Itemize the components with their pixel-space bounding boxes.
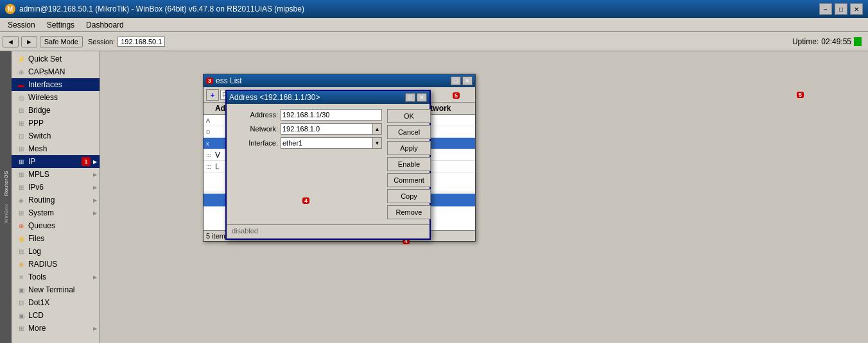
sidebar-item-ipv6[interactable]: ⊞ IPv6 ▶ — [12, 181, 100, 194]
window-controls[interactable]: − □ ✕ — [819, 3, 863, 15]
sidebar-item-interfaces[interactable]: ▬ Interfaces — [12, 78, 100, 91]
maximize-button[interactable]: □ — [835, 3, 847, 15]
sidebar-item-queues[interactable]: ⊕ Queues — [12, 219, 100, 232]
connection-indicator — [854, 37, 862, 46]
sidebar-label-capsman: CAPsMAN — [28, 67, 97, 76]
sidebar-item-mesh[interactable]: ⊞ Mesh — [12, 142, 100, 155]
uptime-label: Uptime: — [792, 37, 819, 46]
addr-dialog-titlebar: Address <192.168.1.1/30> □ ✕ — [227, 91, 430, 104]
remove-button[interactable]: Remove — [387, 205, 431, 219]
dialog-buttons: OK Cancel Apply Enable Comment Copy Remo… — [387, 109, 431, 219]
row-flag: x — [206, 140, 215, 147]
sidebar-item-dot1x[interactable]: ⊟ Dot1X — [12, 296, 100, 309]
sidebar-item-routing[interactable]: ◈ Routing ▶ — [12, 194, 100, 206]
title-bar-left: M admin@192.168.50.1 (MikroTik) - WinBox… — [5, 4, 304, 14]
session-label: Session: — [88, 38, 115, 46]
sidebar-label-routing: Routing — [28, 196, 91, 205]
sidebar-item-lcd[interactable]: ▣ LCD — [12, 309, 100, 322]
sidebar-label-ip: IP — [28, 157, 78, 166]
sidebar-item-newterminal[interactable]: ▣ New Terminal — [12, 283, 100, 296]
apply-button[interactable]: Apply — [387, 141, 431, 155]
badge-4-overlay: 4 — [302, 197, 309, 204]
network-input[interactable] — [281, 123, 373, 135]
quickset-icon: ⚡ — [17, 54, 26, 63]
interface-field-label: Interface: — [232, 139, 278, 147]
ip-arrow-icon: ▶ — [93, 159, 97, 165]
address-input[interactable] — [281, 109, 382, 121]
mesh-icon: ⊞ — [17, 144, 26, 153]
sidebar-item-bridge[interactable]: ⊟ Bridge — [12, 104, 100, 117]
sidebar-item-ip[interactable]: ⊞ IP 1 ▶ — [12, 155, 100, 168]
ipv6-arrow-icon: ▶ — [93, 185, 97, 190]
bridge-icon: ⊟ — [17, 106, 26, 115]
addr-dialog-minimize-btn[interactable]: □ — [405, 93, 415, 102]
content-area: 3 ess List □ ✕ + ▼ 5 Address Network Int… — [100, 51, 868, 343]
interface-dropdown-btn[interactable]: ▼ — [373, 137, 382, 149]
sidebar-item-quickset[interactable]: ⚡ Quick Set — [12, 53, 100, 65]
back-button[interactable]: ◄ — [3, 36, 19, 47]
more-arrow-icon: ▶ — [93, 326, 97, 331]
sidebar-label-lcd: LCD — [28, 311, 97, 320]
comment-button[interactable]: Comment — [387, 173, 431, 187]
sidebar-item-capsman[interactable]: ⊕ CAPsMAN — [12, 65, 100, 78]
menu-settings[interactable]: Settings — [42, 19, 80, 31]
menu-session[interactable]: Session — [3, 19, 40, 31]
switch-icon: ⊡ — [17, 131, 26, 140]
cancel-button[interactable]: Cancel — [387, 125, 431, 139]
sidebar-label-system: System — [28, 208, 91, 217]
sidebar-item-system[interactable]: ⊞ System ▶ — [12, 206, 100, 219]
ipv6-icon: ⊞ — [17, 183, 26, 192]
enable-button[interactable]: Enable — [387, 157, 431, 171]
uptime-display: Uptime: 02:49:55 — [788, 36, 865, 47]
addrlist-badge-3: 3 — [206, 78, 213, 84]
sidebar-item-wireless[interactable]: ◎ Wireless — [12, 91, 100, 104]
badge-5-overlay: 5 — [797, 92, 804, 98]
tools-arrow-icon: ▶ — [93, 274, 97, 280]
sidebar-label-ipv6: IPv6 — [28, 183, 91, 192]
sidebar-item-radius[interactable]: ⊕ RADIUS — [12, 258, 100, 271]
row-flag: ::: — [206, 152, 215, 158]
more-icon: ⊞ — [17, 324, 26, 333]
sidebar-label-radius: RADIUS — [28, 260, 97, 269]
addr-list-titlebar: 3 ess List □ ✕ — [204, 74, 475, 87]
sidebar-item-tools[interactable]: ✕ Tools ▶ — [12, 271, 100, 283]
sidebar-label-dot1x: Dot1X — [28, 298, 97, 307]
sidebar-item-switch[interactable]: ⊡ Switch — [12, 130, 100, 142]
addrlist-add-btn[interactable]: + — [206, 89, 219, 101]
sidebar-label-queues: Queues — [28, 221, 97, 230]
dialog-status: disabled — [227, 224, 430, 238]
copy-button[interactable]: Copy — [387, 189, 431, 203]
sidebar-label-switch: Switch — [28, 131, 97, 140]
addr-dialog-controls[interactable]: □ ✕ — [405, 93, 427, 102]
addrlist-window-controls[interactable]: □ ✕ — [451, 76, 473, 85]
ok-button[interactable]: OK — [387, 109, 431, 123]
addr-dialog[interactable]: Address <192.168.1.1/30> □ ✕ Address: Ne… — [225, 90, 431, 240]
sidebar: ⚡ Quick Set ⊕ CAPsMAN ▬ Interfaces ◎ Wir… — [12, 51, 100, 343]
capsman-icon: ⊕ — [17, 67, 26, 76]
close-button[interactable]: ✕ — [850, 3, 863, 15]
addr-dialog-close-btn[interactable]: ✕ — [417, 93, 427, 102]
sidebar-item-ppp[interactable]: ⊞ PPP — [12, 117, 100, 130]
addrlist-minimize-btn[interactable]: □ — [451, 76, 461, 85]
sidebar-label-newterminal: New Terminal — [28, 285, 97, 294]
queues-icon: ⊕ — [17, 221, 26, 230]
lcd-icon: ▣ — [17, 311, 26, 320]
uptime-value: 02:49:55 — [821, 37, 851, 46]
sidebar-item-files[interactable]: ▣ Files — [12, 232, 100, 245]
radius-icon: ⊕ — [17, 260, 26, 269]
title-bar: M admin@192.168.50.1 (MikroTik) - WinBox… — [0, 0, 868, 18]
forward-button[interactable]: ► — [21, 36, 37, 47]
sidebar-item-more[interactable]: ⊞ More ▶ — [12, 322, 100, 335]
menu-dashboard[interactable]: Dashboard — [81, 19, 129, 31]
safemode-button[interactable]: Safe Mode — [40, 36, 83, 47]
sidebar-item-mpls[interactable]: ⊞ MPLS ▶ — [12, 168, 100, 181]
wireless-icon: ◎ — [17, 93, 26, 102]
sidebar-item-log[interactable]: ⊟ Log — [12, 245, 100, 258]
row-flag: ::: — [206, 163, 215, 170]
addr-list-title: ess List — [216, 76, 451, 85]
interface-input[interactable] — [281, 137, 373, 149]
minimize-button[interactable]: − — [819, 3, 832, 15]
sidebar-label-wireless: Wireless — [28, 93, 97, 102]
addrlist-close-btn[interactable]: ✕ — [462, 76, 473, 85]
network-expand-btn[interactable]: ▲ — [373, 123, 382, 135]
